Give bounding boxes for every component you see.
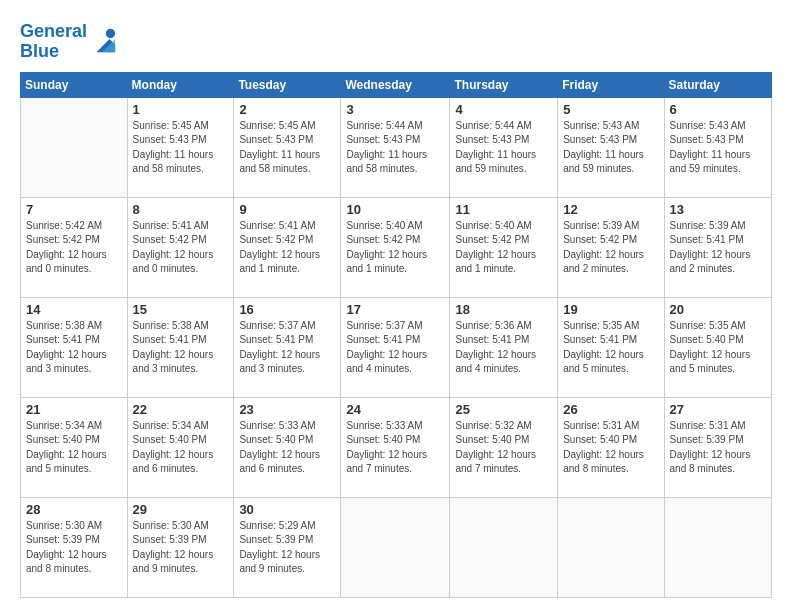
day-number: 17 (346, 302, 444, 317)
calendar-cell: 10Sunrise: 5:40 AM Sunset: 5:42 PM Dayli… (341, 197, 450, 297)
day-info: Sunrise: 5:35 AM Sunset: 5:40 PM Dayligh… (670, 319, 766, 377)
logo: General Blue (20, 22, 117, 62)
day-number: 10 (346, 202, 444, 217)
day-number: 11 (455, 202, 552, 217)
weekday-header-tuesday: Tuesday (234, 72, 341, 97)
calendar-cell: 14Sunrise: 5:38 AM Sunset: 5:41 PM Dayli… (21, 297, 128, 397)
week-row-3: 14Sunrise: 5:38 AM Sunset: 5:41 PM Dayli… (21, 297, 772, 397)
day-info: Sunrise: 5:38 AM Sunset: 5:41 PM Dayligh… (26, 319, 122, 377)
calendar-cell: 15Sunrise: 5:38 AM Sunset: 5:41 PM Dayli… (127, 297, 234, 397)
weekday-header-sunday: Sunday (21, 72, 128, 97)
day-info: Sunrise: 5:45 AM Sunset: 5:43 PM Dayligh… (133, 119, 229, 177)
day-number: 27 (670, 402, 766, 417)
calendar-cell: 12Sunrise: 5:39 AM Sunset: 5:42 PM Dayli… (558, 197, 664, 297)
day-number: 19 (563, 302, 658, 317)
day-number: 25 (455, 402, 552, 417)
day-number: 1 (133, 102, 229, 117)
day-number: 8 (133, 202, 229, 217)
week-row-4: 21Sunrise: 5:34 AM Sunset: 5:40 PM Dayli… (21, 397, 772, 497)
day-number: 2 (239, 102, 335, 117)
calendar-cell: 5Sunrise: 5:43 AM Sunset: 5:43 PM Daylig… (558, 97, 664, 197)
day-info: Sunrise: 5:31 AM Sunset: 5:39 PM Dayligh… (670, 419, 766, 477)
day-number: 13 (670, 202, 766, 217)
day-number: 14 (26, 302, 122, 317)
day-number: 16 (239, 302, 335, 317)
day-info: Sunrise: 5:38 AM Sunset: 5:41 PM Dayligh… (133, 319, 229, 377)
calendar-cell: 29Sunrise: 5:30 AM Sunset: 5:39 PM Dayli… (127, 497, 234, 597)
day-number: 30 (239, 502, 335, 517)
day-info: Sunrise: 5:29 AM Sunset: 5:39 PM Dayligh… (239, 519, 335, 577)
day-info: Sunrise: 5:34 AM Sunset: 5:40 PM Dayligh… (133, 419, 229, 477)
calendar-cell: 17Sunrise: 5:37 AM Sunset: 5:41 PM Dayli… (341, 297, 450, 397)
day-info: Sunrise: 5:33 AM Sunset: 5:40 PM Dayligh… (346, 419, 444, 477)
day-info: Sunrise: 5:43 AM Sunset: 5:43 PM Dayligh… (670, 119, 766, 177)
day-number: 21 (26, 402, 122, 417)
day-number: 29 (133, 502, 229, 517)
day-number: 18 (455, 302, 552, 317)
calendar-cell: 7Sunrise: 5:42 AM Sunset: 5:42 PM Daylig… (21, 197, 128, 297)
page: General Blue SundayMondayTuesdayWednesda… (0, 0, 792, 612)
calendar-cell: 1Sunrise: 5:45 AM Sunset: 5:43 PM Daylig… (127, 97, 234, 197)
calendar-cell: 9Sunrise: 5:41 AM Sunset: 5:42 PM Daylig… (234, 197, 341, 297)
day-info: Sunrise: 5:42 AM Sunset: 5:42 PM Dayligh… (26, 219, 122, 277)
svg-point-2 (106, 29, 115, 38)
week-row-5: 28Sunrise: 5:30 AM Sunset: 5:39 PM Dayli… (21, 497, 772, 597)
calendar-cell: 2Sunrise: 5:45 AM Sunset: 5:43 PM Daylig… (234, 97, 341, 197)
day-info: Sunrise: 5:39 AM Sunset: 5:42 PM Dayligh… (563, 219, 658, 277)
day-number: 4 (455, 102, 552, 117)
day-number: 9 (239, 202, 335, 217)
calendar-table: SundayMondayTuesdayWednesdayThursdayFrid… (20, 72, 772, 598)
day-info: Sunrise: 5:30 AM Sunset: 5:39 PM Dayligh… (133, 519, 229, 577)
calendar-cell: 18Sunrise: 5:36 AM Sunset: 5:41 PM Dayli… (450, 297, 558, 397)
day-info: Sunrise: 5:33 AM Sunset: 5:40 PM Dayligh… (239, 419, 335, 477)
week-row-2: 7Sunrise: 5:42 AM Sunset: 5:42 PM Daylig… (21, 197, 772, 297)
day-info: Sunrise: 5:40 AM Sunset: 5:42 PM Dayligh… (346, 219, 444, 277)
weekday-header-monday: Monday (127, 72, 234, 97)
calendar-cell: 23Sunrise: 5:33 AM Sunset: 5:40 PM Dayli… (234, 397, 341, 497)
calendar-cell: 20Sunrise: 5:35 AM Sunset: 5:40 PM Dayli… (664, 297, 771, 397)
day-number: 22 (133, 402, 229, 417)
calendar-cell (450, 497, 558, 597)
calendar-cell (664, 497, 771, 597)
calendar-cell: 26Sunrise: 5:31 AM Sunset: 5:40 PM Dayli… (558, 397, 664, 497)
calendar-cell: 24Sunrise: 5:33 AM Sunset: 5:40 PM Dayli… (341, 397, 450, 497)
calendar-cell: 22Sunrise: 5:34 AM Sunset: 5:40 PM Dayli… (127, 397, 234, 497)
day-info: Sunrise: 5:34 AM Sunset: 5:40 PM Dayligh… (26, 419, 122, 477)
day-number: 24 (346, 402, 444, 417)
weekday-header-friday: Friday (558, 72, 664, 97)
day-number: 15 (133, 302, 229, 317)
day-info: Sunrise: 5:30 AM Sunset: 5:39 PM Dayligh… (26, 519, 122, 577)
day-info: Sunrise: 5:35 AM Sunset: 5:41 PM Dayligh… (563, 319, 658, 377)
calendar-cell (341, 497, 450, 597)
day-info: Sunrise: 5:41 AM Sunset: 5:42 PM Dayligh… (133, 219, 229, 277)
day-number: 26 (563, 402, 658, 417)
day-info: Sunrise: 5:44 AM Sunset: 5:43 PM Dayligh… (346, 119, 444, 177)
weekday-header-thursday: Thursday (450, 72, 558, 97)
calendar-cell: 25Sunrise: 5:32 AM Sunset: 5:40 PM Dayli… (450, 397, 558, 497)
day-info: Sunrise: 5:41 AM Sunset: 5:42 PM Dayligh… (239, 219, 335, 277)
calendar-cell (21, 97, 128, 197)
day-number: 5 (563, 102, 658, 117)
header: General Blue (20, 18, 772, 62)
day-info: Sunrise: 5:39 AM Sunset: 5:41 PM Dayligh… (670, 219, 766, 277)
day-info: Sunrise: 5:37 AM Sunset: 5:41 PM Dayligh… (346, 319, 444, 377)
weekday-header-row: SundayMondayTuesdayWednesdayThursdayFrid… (21, 72, 772, 97)
day-info: Sunrise: 5:40 AM Sunset: 5:42 PM Dayligh… (455, 219, 552, 277)
calendar-cell: 3Sunrise: 5:44 AM Sunset: 5:43 PM Daylig… (341, 97, 450, 197)
week-row-1: 1Sunrise: 5:45 AM Sunset: 5:43 PM Daylig… (21, 97, 772, 197)
calendar-cell: 16Sunrise: 5:37 AM Sunset: 5:41 PM Dayli… (234, 297, 341, 397)
day-info: Sunrise: 5:37 AM Sunset: 5:41 PM Dayligh… (239, 319, 335, 377)
day-number: 20 (670, 302, 766, 317)
calendar-cell: 30Sunrise: 5:29 AM Sunset: 5:39 PM Dayli… (234, 497, 341, 597)
day-info: Sunrise: 5:45 AM Sunset: 5:43 PM Dayligh… (239, 119, 335, 177)
calendar-cell: 6Sunrise: 5:43 AM Sunset: 5:43 PM Daylig… (664, 97, 771, 197)
day-number: 7 (26, 202, 122, 217)
calendar-cell: 11Sunrise: 5:40 AM Sunset: 5:42 PM Dayli… (450, 197, 558, 297)
logo-blue: Blue (20, 41, 59, 61)
day-info: Sunrise: 5:43 AM Sunset: 5:43 PM Dayligh… (563, 119, 658, 177)
logo-text: General Blue (20, 22, 87, 62)
day-number: 6 (670, 102, 766, 117)
day-info: Sunrise: 5:36 AM Sunset: 5:41 PM Dayligh… (455, 319, 552, 377)
calendar-cell (558, 497, 664, 597)
day-info: Sunrise: 5:44 AM Sunset: 5:43 PM Dayligh… (455, 119, 552, 177)
